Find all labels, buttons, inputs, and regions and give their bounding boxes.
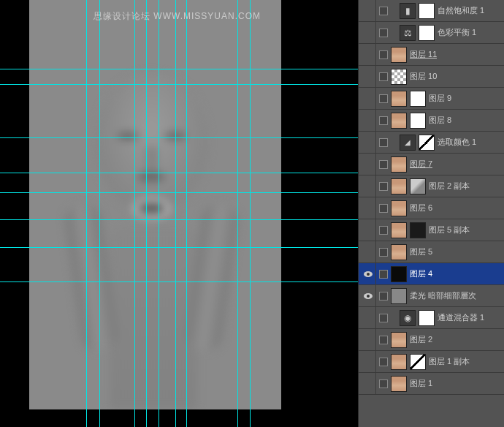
layer-thumbnail[interactable] bbox=[419, 135, 435, 151]
guide-vertical[interactable] bbox=[99, 0, 100, 427]
guide-horizontal[interactable] bbox=[0, 173, 358, 173]
layer-row[interactable]: 图层 1 副本 bbox=[359, 351, 504, 373]
canvas-area[interactable]: 思缘设计论坛 WWW.MISSYUAN.COM bbox=[0, 0, 358, 427]
mask-thumbnail[interactable] bbox=[419, 25, 435, 41]
layer-thumbnail[interactable] bbox=[391, 69, 407, 85]
layer-name[interactable]: 图层 2 副本 bbox=[429, 181, 470, 192]
layer-checkbox[interactable] bbox=[379, 336, 388, 344]
mask-thumbnail[interactable] bbox=[419, 310, 435, 326]
layer-row[interactable]: 图层 11 bbox=[359, 44, 504, 66]
layer-row[interactable]: 色彩平衡 1 bbox=[359, 22, 504, 44]
layer-checkbox[interactable] bbox=[379, 50, 388, 59]
visibility-toggle[interactable] bbox=[360, 132, 376, 154]
visibility-toggle[interactable] bbox=[360, 88, 376, 110]
layer-thumbnail[interactable] bbox=[391, 91, 407, 107]
layer-row[interactable]: 图层 2 bbox=[359, 329, 504, 351]
layer-thumbnail[interactable] bbox=[410, 222, 426, 238]
layer-name[interactable]: 图层 5 副本 bbox=[429, 224, 470, 235]
layer-checkbox[interactable] bbox=[379, 7, 388, 15]
layer-checkbox[interactable] bbox=[379, 72, 388, 81]
layer-checkbox[interactable] bbox=[379, 379, 388, 388]
layer-thumbnail[interactable] bbox=[391, 354, 407, 370]
layer-thumbnail[interactable] bbox=[391, 266, 407, 282]
visibility-toggle[interactable] bbox=[360, 219, 376, 241]
mask-thumbnail[interactable] bbox=[410, 113, 426, 129]
layer-row[interactable]: 图层 5 副本 bbox=[359, 219, 504, 241]
layer-row[interactable]: 图层 5 bbox=[359, 241, 504, 263]
layer-checkbox[interactable] bbox=[379, 94, 388, 103]
guide-vertical[interactable] bbox=[159, 0, 159, 427]
layer-thumbnail[interactable] bbox=[391, 222, 407, 238]
layer-thumbnail[interactable] bbox=[391, 244, 407, 260]
layer-thumbnail[interactable] bbox=[391, 376, 407, 392]
layer-checkbox[interactable] bbox=[379, 182, 388, 191]
layer-checkbox[interactable] bbox=[379, 204, 388, 213]
layer-checkbox[interactable] bbox=[379, 292, 388, 301]
layer-name[interactable]: 选取颜色 1 bbox=[438, 137, 476, 148]
layer-thumbnail[interactable] bbox=[391, 288, 407, 304]
layer-name[interactable]: 图层 1 副本 bbox=[429, 356, 470, 367]
layer-row[interactable]: 通道混合器 1 bbox=[359, 307, 504, 329]
layer-checkbox[interactable] bbox=[379, 138, 388, 147]
layer-thumbnail[interactable] bbox=[410, 354, 426, 370]
layer-name[interactable]: 图层 4 bbox=[410, 268, 432, 279]
guide-horizontal[interactable] bbox=[0, 192, 358, 193]
guide-vertical[interactable] bbox=[134, 0, 135, 427]
guide-horizontal[interactable] bbox=[0, 84, 358, 85]
layer-name[interactable]: 色彩平衡 1 bbox=[438, 27, 476, 38]
adjustment-icon[interactable] bbox=[400, 3, 416, 19]
layer-checkbox[interactable] bbox=[379, 358, 388, 366]
layer-name[interactable]: 图层 10 bbox=[410, 71, 437, 82]
layer-row[interactable]: 图层 10 bbox=[359, 66, 504, 88]
visibility-toggle[interactable] bbox=[360, 0, 376, 22]
layer-row[interactable]: 图层 8 bbox=[359, 110, 504, 132]
layer-thumbnail[interactable] bbox=[391, 156, 407, 173]
visibility-toggle[interactable] bbox=[360, 110, 376, 132]
visibility-toggle[interactable] bbox=[360, 263, 376, 285]
layer-row[interactable]: 图层 4 bbox=[359, 263, 504, 285]
visibility-toggle[interactable] bbox=[360, 22, 376, 44]
guide-vertical[interactable] bbox=[86, 0, 87, 427]
layer-thumbnail[interactable] bbox=[391, 47, 407, 63]
visibility-toggle[interactable] bbox=[360, 197, 376, 219]
layer-thumbnail[interactable] bbox=[391, 113, 407, 129]
layer-checkbox[interactable] bbox=[379, 160, 388, 169]
visibility-toggle[interactable] bbox=[360, 154, 376, 175]
layer-row[interactable]: 图层 7 bbox=[359, 154, 504, 175]
layer-checkbox[interactable] bbox=[379, 248, 388, 257]
layer-checkbox[interactable] bbox=[379, 314, 388, 322]
layer-thumbnail[interactable] bbox=[391, 332, 407, 348]
layer-name[interactable]: 图层 11 bbox=[410, 49, 437, 60]
guide-vertical[interactable] bbox=[250, 0, 251, 427]
layer-name[interactable]: 柔光 暗部细部層次 bbox=[410, 290, 476, 301]
artboard[interactable] bbox=[29, 0, 281, 409]
layer-checkbox[interactable] bbox=[379, 116, 388, 125]
layer-name[interactable]: 自然饱和度 1 bbox=[438, 5, 484, 16]
guide-vertical[interactable] bbox=[175, 0, 176, 427]
layer-name[interactable]: 图层 2 bbox=[410, 334, 432, 345]
layer-row[interactable]: 自然饱和度 1 bbox=[359, 0, 504, 22]
mask-thumbnail[interactable] bbox=[419, 3, 435, 19]
guide-horizontal[interactable] bbox=[0, 247, 358, 248]
layer-row[interactable]: 选取颜色 1 bbox=[359, 132, 504, 154]
layer-row[interactable]: 图层 2 副本 bbox=[359, 175, 504, 197]
guide-horizontal[interactable] bbox=[0, 219, 358, 220]
visibility-toggle[interactable] bbox=[360, 241, 376, 263]
guide-vertical[interactable] bbox=[237, 0, 238, 427]
layer-name[interactable]: 图层 7 bbox=[410, 159, 432, 170]
layer-row[interactable]: 图层 1 bbox=[359, 373, 504, 395]
visibility-toggle[interactable] bbox=[360, 329, 376, 351]
guide-vertical[interactable] bbox=[186, 0, 187, 427]
layer-row[interactable]: 图层 6 bbox=[359, 197, 504, 219]
layer-name[interactable]: 图层 8 bbox=[429, 115, 451, 126]
guide-vertical[interactable] bbox=[146, 0, 147, 427]
layer-thumbnail[interactable] bbox=[391, 178, 407, 194]
layer-name[interactable]: 图层 1 bbox=[410, 378, 432, 389]
layer-checkbox[interactable] bbox=[379, 29, 388, 37]
layer-name[interactable]: 图层 9 bbox=[429, 93, 451, 104]
guide-horizontal[interactable] bbox=[0, 69, 358, 69]
adjustment-icon[interactable] bbox=[400, 25, 416, 41]
layer-thumbnail[interactable] bbox=[391, 200, 407, 216]
layer-name[interactable]: 图层 6 bbox=[410, 203, 432, 214]
layer-row[interactable]: 柔光 暗部细部層次 bbox=[359, 285, 504, 307]
